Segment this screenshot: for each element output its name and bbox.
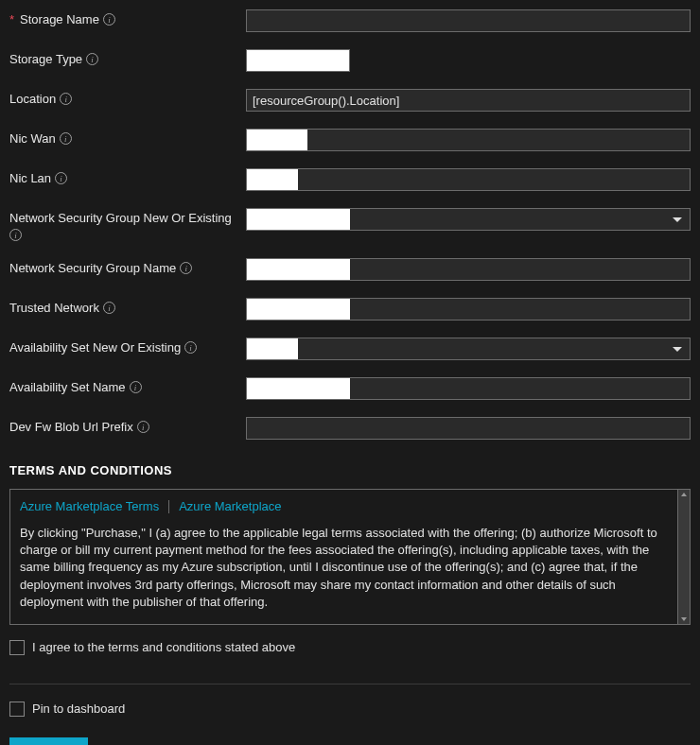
label-trusted-network: Trusted Network i	[9, 298, 246, 315]
label-dev-fw-blob-url-prefix: Dev Fw Blob Url Prefix i	[9, 417, 246, 434]
required-indicator: *	[9, 12, 14, 26]
label-text: Network Security Group Name	[9, 261, 176, 275]
pin-to-dashboard-checkbox[interactable]	[9, 702, 25, 717]
nic-lan-tail	[298, 168, 691, 191]
agree-label: I agree to the terms and conditions stat…	[32, 640, 295, 654]
label-storage-name: * Storage Name i	[9, 9, 246, 26]
label-text: Trusted Network	[9, 301, 99, 315]
label-text: Nic Wan	[9, 131, 56, 146]
info-icon[interactable]: i	[184, 341, 197, 354]
terms-links: Azure Marketplace Terms Azure Marketplac…	[20, 499, 668, 513]
nic-lan-input[interactable]	[246, 168, 298, 191]
availset-name-input-wrap	[246, 377, 691, 400]
label-nsg-name: Network Security Group Name i	[9, 258, 246, 275]
info-icon[interactable]: i	[9, 229, 22, 241]
terms-box: Azure Marketplace Terms Azure Marketplac…	[9, 489, 678, 625]
label-text: Availability Set Name	[9, 380, 126, 394]
terms-text: By clicking "Purchase," I (a) agree to t…	[20, 525, 668, 611]
scroll-up-icon	[681, 493, 687, 496]
purchase-button[interactable]: Purchase	[9, 737, 88, 745]
terms-scrollbar[interactable]	[678, 489, 691, 625]
select-tail	[298, 338, 691, 360]
nsg-name-input-wrap	[246, 258, 691, 281]
info-icon[interactable]: i	[103, 13, 115, 26]
info-icon[interactable]: i	[60, 132, 72, 145]
label-text: Availability Set New Or Existing	[9, 340, 181, 355]
label-location: Location i	[9, 89, 246, 106]
trusted-network-input[interactable]	[246, 298, 350, 321]
field-trusted-network: Trusted Network i	[9, 298, 691, 321]
label-text: Nic Lan	[9, 171, 51, 185]
terms-box-wrap: Azure Marketplace Terms Azure Marketplac…	[9, 489, 691, 625]
terms-heading: TERMS AND CONDITIONS	[9, 463, 691, 477]
nsg-name-tail	[350, 258, 691, 281]
select-tail	[350, 208, 691, 231]
label-text: Storage Type	[9, 52, 82, 66]
availset-name-input[interactable]	[246, 377, 350, 400]
info-icon[interactable]: i	[103, 302, 115, 314]
scroll-down-icon	[681, 617, 687, 621]
availset-new-or-existing-select[interactable]	[246, 338, 691, 360]
divider	[9, 684, 691, 684]
storage-type-input[interactable]	[246, 49, 350, 72]
label-nsg-new-or-existing: Network Security Group New Or Existing i	[9, 208, 246, 241]
info-icon[interactable]: i	[86, 53, 98, 65]
field-nsg-new-or-existing: Network Security Group New Or Existing i	[9, 208, 691, 241]
label-text: Location	[9, 92, 56, 106]
nsg-new-or-existing-select[interactable]	[246, 208, 691, 231]
label-nic-lan: Nic Lan i	[9, 168, 246, 185]
location-input[interactable]	[246, 89, 691, 112]
azure-marketplace-terms-link[interactable]: Azure Marketplace Terms	[20, 499, 159, 513]
storage-name-input[interactable]	[246, 9, 691, 32]
nic-wan-input-wrap	[246, 129, 691, 151]
trusted-network-tail	[350, 298, 691, 321]
azure-marketplace-link[interactable]: Azure Marketplace	[179, 499, 281, 513]
nsg-name-input[interactable]	[246, 258, 350, 281]
label-nic-wan: Nic Wan i	[9, 129, 246, 146]
field-availset-new-or-existing: Availability Set New Or Existing i	[9, 338, 691, 360]
nic-lan-input-wrap	[246, 168, 691, 191]
chevron-down-icon	[673, 347, 682, 352]
field-location: Location i	[9, 89, 691, 112]
trusted-network-input-wrap	[246, 298, 691, 321]
label-text: Dev Fw Blob Url Prefix	[9, 420, 133, 434]
field-nsg-name: Network Security Group Name i	[9, 258, 691, 281]
agree-row: I agree to the terms and conditions stat…	[9, 640, 691, 655]
info-icon[interactable]: i	[130, 381, 142, 393]
label-text: Storage Name	[20, 12, 99, 26]
pin-row: Pin to dashboard	[9, 702, 691, 717]
field-dev-fw-blob-url-prefix: Dev Fw Blob Url Prefix i	[9, 417, 691, 440]
dev-fw-blob-url-prefix-input[interactable]	[246, 417, 691, 440]
availset-new-or-existing-value[interactable]	[246, 338, 298, 360]
field-storage-type: Storage Type i	[9, 49, 691, 72]
nic-wan-input[interactable]	[246, 129, 307, 151]
info-icon[interactable]: i	[180, 262, 192, 274]
field-storage-name: * Storage Name i	[9, 9, 691, 32]
chevron-down-icon	[673, 217, 682, 222]
field-nic-wan: Nic Wan i	[9, 129, 691, 151]
field-nic-lan: Nic Lan i	[9, 168, 691, 191]
info-icon[interactable]: i	[60, 93, 72, 105]
label-storage-type: Storage Type i	[9, 49, 246, 66]
nsg-new-or-existing-value[interactable]	[246, 208, 350, 231]
pin-label: Pin to dashboard	[32, 702, 125, 716]
nic-wan-tail	[307, 129, 691, 151]
info-icon[interactable]: i	[55, 172, 67, 184]
field-availset-name: Availability Set Name i	[9, 377, 691, 400]
divider	[168, 500, 169, 513]
agree-checkbox[interactable]	[9, 640, 25, 655]
label-text: Network Security Group New Or Existing	[9, 211, 232, 225]
label-availset-new-or-existing: Availability Set New Or Existing i	[9, 338, 246, 355]
info-icon[interactable]: i	[137, 421, 149, 433]
label-availset-name: Availability Set Name i	[9, 377, 246, 394]
availset-name-tail	[350, 377, 691, 400]
